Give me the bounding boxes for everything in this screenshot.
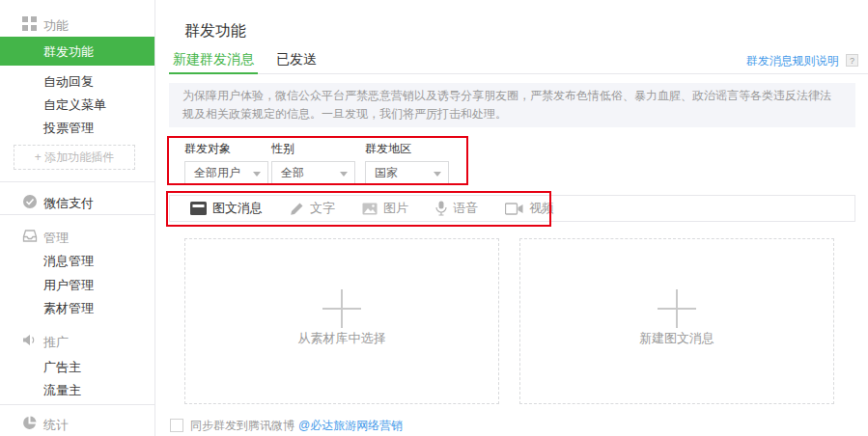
help-icon: ?	[846, 54, 858, 67]
plus-icon	[658, 289, 696, 328]
weibo-account-link[interactable]: @必达旅游网络营销	[298, 418, 403, 434]
sidebar-item-custom-menu[interactable]: 自定义菜单	[0, 93, 154, 116]
tab-bar: 新建群发消息 已发送 群发消息规则说明 ?	[169, 46, 868, 74]
section-label: 功能	[43, 17, 69, 35]
sidebar-item-label: 自定义菜单	[43, 96, 106, 114]
sync-weibo-checkbox[interactable]	[170, 419, 183, 432]
microphone-icon	[435, 201, 447, 216]
gender-select[interactable]: 全部	[271, 161, 355, 185]
target-select-value: 全部用户	[194, 166, 240, 179]
sidebar-item-label: 自动回复	[43, 73, 94, 91]
message-type-label: 图文消息	[212, 200, 263, 217]
sidebar-item-label: 流量主	[43, 382, 81, 399]
message-type-label: 图片	[383, 200, 408, 217]
mass-message-rules-link[interactable]: 群发消息规则说明 ?	[746, 51, 858, 68]
sidebar-item-user-manage[interactable]: 用户管理	[0, 273, 154, 296]
gender-select-value: 全部	[281, 166, 304, 179]
rules-link-label: 群发消息规则说明	[746, 54, 839, 68]
sidebar-item-vote-manage[interactable]: 投票管理	[0, 116, 154, 139]
section-label: 统计	[43, 417, 69, 434]
field-region: 群发地区 国家	[365, 141, 452, 185]
wechat-pay-icon	[22, 194, 39, 210]
select-from-library-card[interactable]: 从素材库中选择	[184, 238, 499, 404]
sidebar-divider	[0, 214, 154, 215]
message-type-label: 语音	[453, 200, 478, 217]
sidebar-item-mass-message[interactable]: 群发功能	[0, 37, 154, 66]
inbox-icon	[22, 229, 39, 245]
message-type-video[interactable]: 视频	[505, 200, 554, 217]
sidebar-item-auto-reply[interactable]: 自动回复	[0, 69, 154, 93]
sidebar-item-material-manage[interactable]: 素材管理	[0, 296, 154, 319]
sidebar-item-label: 群发功能	[43, 43, 94, 61]
card-label: 从素材库中选择	[185, 330, 498, 347]
sync-weibo-row: 同步群发到腾讯微博 @必达旅游网络营销	[170, 418, 403, 433]
chevron-down-icon	[253, 172, 261, 177]
sidebar-item-advertiser[interactable]: 广告主	[0, 355, 154, 378]
plus-icon	[322, 289, 361, 328]
wechat-mp-admin: 功能 群发功能 自动回复 自定义菜单 投票管理 + 添加功能插件 微信支付	[0, 0, 868, 436]
sidebar-item-label: 投票管理	[43, 120, 94, 137]
sidebar-section-statistics: 统计	[0, 413, 154, 436]
field-gender: 性别 全部	[271, 141, 358, 185]
gender-label: 性别	[271, 141, 358, 157]
sidebar-section-wechat-pay[interactable]: 微信支付	[0, 191, 154, 214]
sidebar-item-message-manage[interactable]: 消息管理	[0, 249, 154, 272]
image-icon	[362, 203, 378, 215]
sync-weibo-label: 同步群发到腾讯微博	[190, 418, 294, 434]
news-icon	[190, 202, 207, 215]
sidebar-section-manage: 管理	[0, 226, 154, 249]
chevron-down-icon	[340, 172, 348, 177]
message-type-image[interactable]: 图片	[362, 200, 408, 217]
message-type-news[interactable]: 图文消息	[190, 200, 263, 217]
message-type-voice[interactable]: 语音	[435, 200, 478, 217]
grid-icon	[22, 16, 39, 33]
message-type-toolbar: 图文消息 文字 图片 语音	[169, 195, 855, 222]
chevron-down-icon	[434, 172, 441, 177]
message-type-text[interactable]: 文字	[290, 200, 335, 217]
section-label: 管理	[43, 230, 69, 247]
sidebar-item-label: 消息管理	[43, 253, 94, 270]
region-select[interactable]: 国家	[365, 161, 449, 185]
page-title: 群发功能	[184, 21, 246, 41]
sidebar-divider	[0, 404, 154, 405]
field-target: 群发对象 全部用户	[184, 141, 271, 185]
message-type-label: 视频	[529, 200, 554, 217]
sidebar-item-label: 用户管理	[43, 277, 94, 294]
tab-new-mass-message[interactable]: 新建群发消息	[169, 46, 258, 74]
tab-sent[interactable]: 已发送	[267, 46, 325, 72]
video-camera-icon	[505, 203, 523, 215]
region-label: 群发地区	[365, 141, 452, 157]
target-label: 群发对象	[184, 141, 271, 157]
sidebar-item-label: 素材管理	[43, 300, 94, 317]
region-select-value: 国家	[375, 166, 398, 179]
sidebar-section-promotion: 推广	[0, 330, 154, 353]
create-news-card[interactable]: 新建图文消息	[519, 238, 834, 404]
section-label: 微信支付	[43, 195, 94, 212]
pie-chart-icon	[22, 416, 39, 432]
main-content: 群发功能 新建群发消息 已发送 群发消息规则说明 ? 为保障用户体验，微信公众平…	[155, 0, 868, 436]
pencil-icon	[290, 202, 304, 216]
section-label: 推广	[43, 334, 69, 351]
sidebar: 功能 群发功能 自动回复 自定义菜单 投票管理 + 添加功能插件 微信支付	[0, 0, 155, 436]
sidebar-section-features: 功能	[0, 14, 154, 37]
add-plugin-button[interactable]: + 添加功能插件	[14, 145, 135, 170]
target-select[interactable]: 全部用户	[184, 161, 268, 185]
sidebar-item-label: 广告主	[43, 359, 81, 376]
sidebar-item-traffic-owner[interactable]: 流量主	[0, 378, 154, 401]
message-type-label: 文字	[310, 200, 335, 217]
sidebar-divider	[0, 181, 154, 182]
megaphone-icon	[22, 333, 39, 349]
policy-notice: 为保障用户体验，微信公众平台严禁恶意营销以及诱导分享朋友圈，严禁发布色情低俗、暴…	[169, 83, 855, 127]
card-label: 新建图文消息	[520, 330, 833, 347]
